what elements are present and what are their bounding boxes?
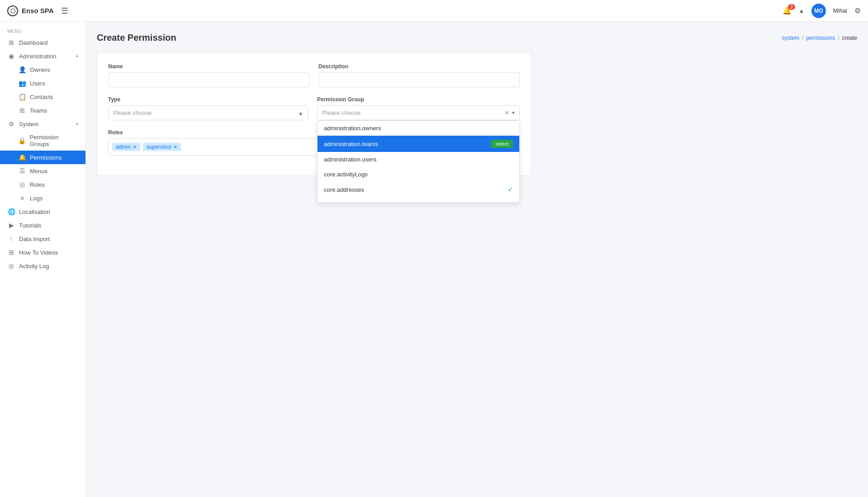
contacts-icon: 📋	[18, 93, 26, 100]
dropdown-item-core-activitylogs[interactable]: core.activityLogs	[318, 167, 519, 182]
permission-group-label: Permission Group	[317, 96, 520, 103]
dropdown-item-administration-users[interactable]: administration.users	[318, 152, 519, 167]
pg-clear-icon[interactable]: ✕	[504, 109, 509, 116]
pg-chevron-down-icon: ▾	[512, 110, 515, 116]
sidebar-item-users[interactable]: 👥 Users	[0, 76, 85, 90]
sidebar-item-label: Activity Log	[19, 263, 49, 270]
sidebar-item-permissions[interactable]: 🔔 Permissions	[0, 151, 85, 164]
owners-icon: 👤	[18, 66, 26, 73]
breadcrumb-sep-2: /	[838, 35, 839, 41]
sidebar-item-teams[interactable]: ⊞ Teams	[0, 104, 85, 117]
dropdown-select-button[interactable]: select	[491, 140, 513, 148]
type-select[interactable]: Please choose ▲	[108, 105, 308, 120]
description-group: Description	[318, 63, 520, 87]
pg-dropdown-scrollbar: administration.owners administration.tea…	[318, 121, 519, 202]
layout: MENU ⊞ Dashboard ◉ Administration ▾ 👤 Ow…	[0, 22, 868, 497]
breadcrumb-system[interactable]: system	[782, 35, 799, 41]
topnav-right: 🔔 2 ▲ MO Mihai ⚙	[783, 4, 861, 18]
logo-icon: ◯	[7, 5, 18, 16]
sidebar-item-permission-groups[interactable]: 🔒 Permission Groups	[0, 131, 85, 151]
description-input[interactable]	[318, 72, 520, 87]
type-group: Type Please choose ▲	[108, 96, 308, 120]
data-import-icon: ↑	[7, 235, 15, 242]
sidebar-item-label: Dashboard	[19, 39, 48, 46]
logs-icon: ≡	[18, 194, 26, 202]
dashboard-icon: ⊞	[7, 39, 15, 46]
sidebar-item-administration[interactable]: ◉ Administration ▾	[0, 49, 85, 63]
sidebar-item-tutorials[interactable]: ▶ Tutorials	[0, 218, 85, 232]
hamburger-icon[interactable]: ☰	[61, 6, 68, 16]
sidebar-item-label: Menus	[30, 168, 47, 175]
users-icon: 👥	[18, 80, 26, 87]
pg-dropdown-menu: administration.owners administration.tea…	[317, 120, 520, 203]
sidebar: MENU ⊞ Dashboard ◉ Administration ▾ 👤 Ow…	[0, 22, 86, 497]
role-tag-supervisor: supervisor ✕	[143, 143, 181, 151]
dropdown-item-core-avatars[interactable]: core.avatars	[318, 197, 519, 202]
role-tag-admin: admin ✕	[112, 143, 140, 151]
dropdown-item-label: administration.teams	[324, 141, 378, 147]
breadcrumb-row: Create Permission system / permissions /…	[97, 33, 857, 43]
sidebar-item-label: How To Videos	[19, 249, 58, 256]
sidebar-item-system[interactable]: ⚙ System ▾	[0, 117, 85, 131]
avatar[interactable]: MO	[811, 4, 826, 18]
permission-group-select[interactable]: Please choose ✕ ▾	[317, 105, 520, 120]
main-content: Create Permission system / permissions /…	[86, 22, 868, 497]
sidebar-item-owners[interactable]: 👤 Owners	[0, 63, 85, 76]
role-tag-remove-admin[interactable]: ✕	[133, 144, 137, 150]
page-title: Create Permission	[97, 33, 176, 43]
gear-icon[interactable]: ⚙	[854, 6, 861, 15]
sidebar-sub-system: 🔒 Permission Groups 🔔 Permissions ☰ Menu…	[0, 131, 85, 205]
sidebar-item-label: System	[19, 121, 38, 128]
sidebar-item-label: Localisation	[19, 208, 50, 215]
pg-dropdown-wrapper: Please choose ✕ ▾ administration.owners	[317, 105, 520, 120]
app-logo: ◯ Enso SPA	[7, 5, 54, 16]
menus-icon: ☰	[18, 167, 26, 175]
sidebar-item-how-to-videos[interactable]: ⊞ How To Videos	[0, 246, 85, 259]
how-to-videos-icon: ⊞	[7, 249, 15, 256]
sidebar-item-label: Permissions	[30, 154, 62, 161]
sidebar-item-label: Logs	[30, 195, 43, 202]
sidebar-item-activity-log[interactable]: ◎ Activity Log	[0, 259, 85, 273]
sidebar-item-label: Roles	[30, 181, 45, 188]
sidebar-item-menus[interactable]: ☰ Menus	[0, 164, 85, 178]
role-tag-label: supervisor	[147, 144, 171, 150]
dropdown-item-label: administration.users	[324, 156, 376, 163]
description-label: Description	[318, 63, 520, 70]
dropdown-item-administration-owners[interactable]: administration.owners	[318, 121, 519, 136]
localisation-icon: 🌐	[7, 208, 15, 215]
name-label: Name	[108, 63, 309, 70]
sidebar-sub-administration: 👤 Owners 👥 Users 📋 Contacts ⊞ Teams	[0, 63, 85, 117]
permission-group-group: Permission Group Please choose ✕ ▾	[317, 96, 520, 120]
roles-icon: ◎	[18, 181, 26, 188]
sidebar-item-label: Teams	[30, 107, 47, 114]
sidebar-item-roles[interactable]: ◎ Roles	[0, 178, 85, 191]
breadcrumb-permissions[interactable]: permissions	[806, 35, 835, 41]
sidebar-item-label: Owners	[30, 66, 50, 73]
sidebar-item-contacts[interactable]: 📋 Contacts	[0, 90, 85, 104]
name-group: Name	[108, 63, 309, 87]
type-select-wrapper: Please choose ▲	[108, 105, 308, 120]
app-name: Enso SPA	[22, 7, 54, 14]
sidebar-item-data-import[interactable]: ↑ Data Import	[0, 232, 85, 246]
sidebar-item-label: Users	[30, 80, 45, 87]
dropdown-item-label: core.activityLogs	[324, 171, 368, 178]
sidebar-item-dashboard[interactable]: ⊞ Dashboard	[0, 36, 85, 49]
nav-chevrons[interactable]: ▲	[799, 8, 804, 14]
check-icon: ✓	[508, 186, 513, 193]
bell-icon[interactable]: 🔔 2	[783, 6, 792, 15]
teams-icon: ⊞	[18, 107, 26, 114]
pg-placeholder: Please choose	[322, 109, 360, 116]
sidebar-item-label: Permission Groups	[30, 134, 79, 147]
dropdown-item-administration-teams[interactable]: administration.teams select	[318, 136, 519, 152]
username: Mihai	[833, 7, 847, 14]
pg-select-right: ✕ ▾	[504, 109, 515, 116]
sidebar-item-localisation[interactable]: 🌐 Localisation	[0, 205, 85, 218]
name-input[interactable]	[108, 72, 309, 87]
sidebar-item-logs[interactable]: ≡ Logs	[0, 191, 85, 205]
dropdown-item-core-addresses[interactable]: core.addresses ✓	[318, 182, 519, 197]
form-row-1: Name Description	[108, 63, 520, 87]
permissions-icon: 🔔	[18, 154, 26, 161]
dropdown-item-label: core.avatars	[324, 201, 356, 202]
sidebar-item-label: Tutorials	[19, 222, 41, 229]
role-tag-remove-supervisor[interactable]: ✕	[173, 144, 177, 150]
